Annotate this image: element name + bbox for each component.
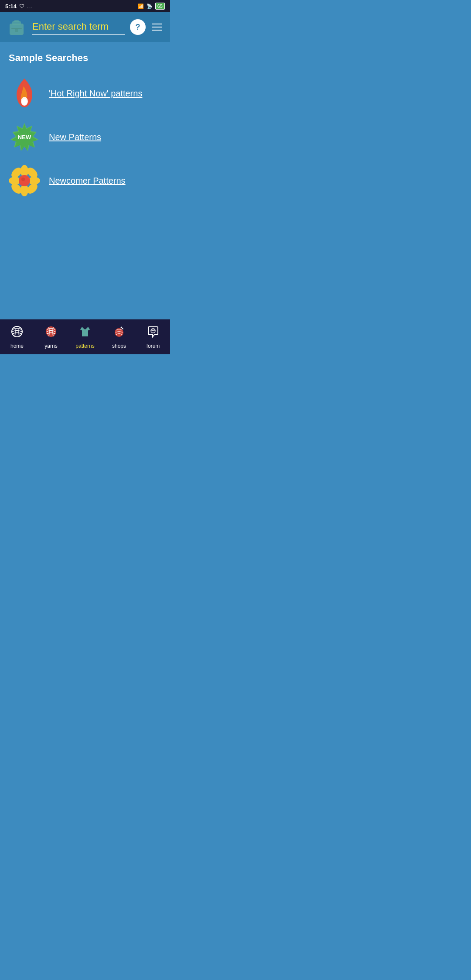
svg-rect-3 xyxy=(11,28,22,29)
nav-item-shops[interactable]: shops xyxy=(102,325,136,349)
patterns-nav-icon xyxy=(78,325,92,341)
yarns-nav-icon xyxy=(44,325,58,341)
status-time: 5:14 xyxy=(5,3,17,10)
search-container[interactable] xyxy=(32,19,125,35)
hot-right-now-item[interactable]: 'Hot Right Now' patterns xyxy=(9,78,161,109)
home-nav-label: home xyxy=(10,343,24,349)
nav-item-patterns[interactable]: patterns xyxy=(68,325,102,349)
search-input[interactable] xyxy=(32,19,125,35)
hot-right-now-link[interactable]: 'Hot Right Now' patterns xyxy=(49,89,142,99)
flower-icon xyxy=(9,165,40,196)
hamburger-line-2 xyxy=(152,27,162,27)
status-dots: ... xyxy=(27,3,33,10)
menu-button[interactable] xyxy=(150,22,164,32)
flame-icon xyxy=(9,78,40,109)
question-mark-icon: ? xyxy=(136,23,140,32)
svg-point-24 xyxy=(121,326,122,328)
svg-rect-2 xyxy=(14,20,19,22)
main-content: Sample Searches 'Hot Right Now' patterns xyxy=(0,42,170,319)
new-patterns-link[interactable]: New Patterns xyxy=(49,132,101,142)
svg-text:NEW: NEW xyxy=(18,134,31,140)
new-patterns-item[interactable]: NEW New Patterns xyxy=(9,121,161,153)
status-left: 5:14 🛡 ... xyxy=(5,3,33,10)
shops-nav-icon xyxy=(113,325,126,341)
svg-point-6 xyxy=(22,99,27,106)
search-items-list: 'Hot Right Now' patterns NEW New Pattern… xyxy=(9,78,161,196)
app-logo xyxy=(6,17,27,38)
shield-icon: 🛡 xyxy=(19,3,24,9)
svg-point-19 xyxy=(21,178,25,181)
app-header: ? xyxy=(0,12,170,42)
home-nav-icon xyxy=(10,325,24,341)
bottom-nav: home yarns patterns xyxy=(0,319,170,354)
wifi-icon: 📡 xyxy=(147,3,153,9)
yarns-nav-label: yarns xyxy=(44,343,57,349)
nav-item-forum[interactable]: forum xyxy=(136,325,170,349)
forum-nav-label: forum xyxy=(147,343,160,349)
new-badge-icon: NEW xyxy=(9,121,40,153)
nav-item-yarns[interactable]: yarns xyxy=(34,325,68,349)
forum-nav-icon xyxy=(147,325,160,341)
status-bar: 5:14 🛡 ... 📶 📡 65 xyxy=(0,0,170,12)
help-button[interactable]: ? xyxy=(130,19,146,35)
hamburger-line-3 xyxy=(152,30,162,31)
shops-nav-label: shops xyxy=(112,343,126,349)
status-icons: 📶 📡 65 xyxy=(138,3,165,10)
hamburger-line-1 xyxy=(152,24,162,24)
battery-icon: 65 xyxy=(155,3,165,10)
svg-point-20 xyxy=(12,326,22,337)
svg-point-18 xyxy=(19,175,30,186)
section-title: Sample Searches xyxy=(9,52,161,64)
newcomer-patterns-item[interactable]: Newcomer Patterns xyxy=(9,165,161,196)
signal-icon: 📶 xyxy=(138,3,144,9)
header-actions: ? xyxy=(130,19,164,35)
newcomer-patterns-link[interactable]: Newcomer Patterns xyxy=(49,176,126,186)
patterns-nav-label: patterns xyxy=(75,343,94,349)
nav-item-home[interactable]: home xyxy=(0,325,34,349)
svg-point-4 xyxy=(15,29,18,32)
